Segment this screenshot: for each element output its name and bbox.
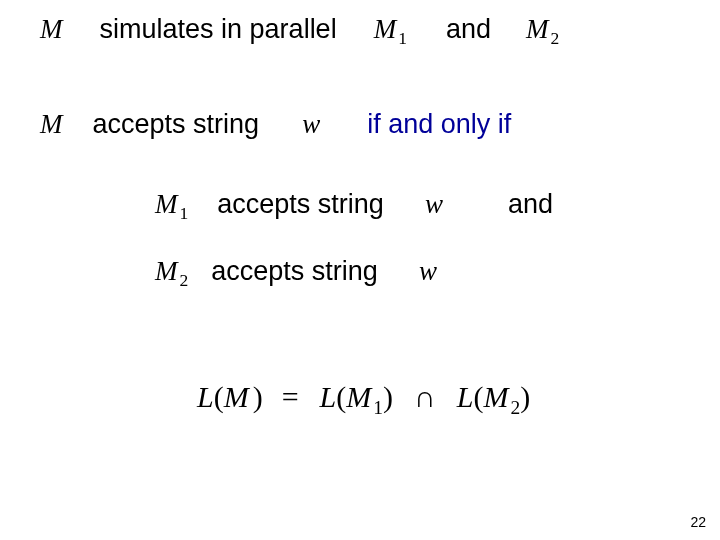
eq-close2: )	[383, 380, 393, 413]
line-4: M2 accepts string w	[155, 256, 437, 291]
eq-open2: (	[336, 380, 346, 413]
text-and-2: and	[508, 189, 553, 219]
symbol-M2: M2	[526, 14, 559, 44]
eq-M1: M	[346, 380, 371, 413]
text-accepts-3: accepts string	[211, 256, 378, 286]
eq-L3: L	[457, 380, 474, 413]
symbol-M: M	[40, 14, 63, 44]
page-number: 22	[690, 514, 706, 530]
eq-open1: (	[214, 380, 224, 413]
symbol-M-b: M	[40, 109, 63, 139]
text-simulates: simulates in parallel	[100, 14, 337, 44]
eq-close1: )	[253, 380, 263, 413]
eq-M2: M	[483, 380, 508, 413]
symbol-w-1: w	[302, 109, 320, 139]
eq-equals: =	[282, 380, 299, 413]
symbol-M1: M1	[374, 14, 407, 44]
line-3: M1 accepts string w and	[155, 189, 553, 224]
equation: L(M) = L(M1) ∩ L(M2)	[197, 380, 530, 419]
eq-close3: )	[520, 380, 530, 413]
symbol-w-3: w	[419, 256, 437, 286]
line-1: M simulates in parallel M1 and M2	[40, 14, 559, 49]
eq-L1: L	[197, 380, 214, 413]
text-and-1: and	[446, 14, 491, 44]
slide: M simulates in parallel M1 and M2 M acce…	[0, 0, 720, 540]
symbol-M2-b: M2	[155, 256, 188, 286]
eq-cap: ∩	[414, 380, 436, 413]
line-2: M accepts string w if and only if	[40, 109, 511, 140]
eq-open3: (	[473, 380, 483, 413]
symbol-w-2: w	[425, 189, 443, 219]
eq-L2: L	[320, 380, 337, 413]
text-accepts-2: accepts string	[217, 189, 384, 219]
symbol-M1-b: M1	[155, 189, 188, 219]
eq-M: M	[224, 380, 249, 413]
text-iff: if and only if	[367, 109, 511, 139]
text-accepts-1: accepts string	[93, 109, 260, 139]
